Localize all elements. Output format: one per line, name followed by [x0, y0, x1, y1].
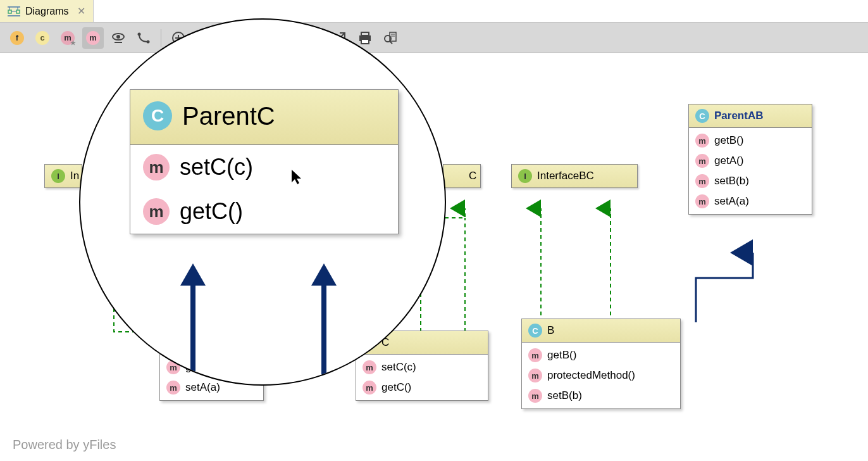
- method-icon: m: [695, 174, 709, 188]
- c-icon: c: [35, 31, 49, 45]
- method-row[interactable]: msetA(a): [695, 191, 805, 212]
- tab-diagrams[interactable]: Diagrams ✕: [0, 0, 94, 22]
- class-box-parent-ab[interactable]: CParentAB mgetB() mgetA() msetB(b) msetA…: [688, 104, 812, 215]
- filter-f-button[interactable]: f: [6, 27, 28, 49]
- f-icon: f: [10, 31, 24, 45]
- method-icon: m: [695, 194, 709, 208]
- tab-bar: Diagrams ✕: [0, 0, 868, 23]
- find-button[interactable]: [380, 27, 401, 49]
- zoomed-class-box[interactable]: C ParentC msetC(c) mgetC(): [130, 89, 399, 234]
- class-box-b[interactable]: CB mgetB() mprotectedMethod() msetB(b): [521, 319, 681, 409]
- method-row[interactable]: mgetC(): [130, 189, 398, 234]
- m-star-icon: m★: [61, 31, 75, 45]
- filter-m-button[interactable]: m: [82, 27, 104, 49]
- diagram-icon: [8, 6, 20, 16]
- m-icon: m: [86, 31, 100, 45]
- method-row[interactable]: msetC(c): [363, 357, 481, 377]
- class-box-interface-bc[interactable]: IInterfaceBC: [511, 164, 638, 188]
- method-icon: m: [695, 154, 709, 168]
- visibility-button[interactable]: [108, 27, 129, 49]
- close-icon[interactable]: ✕: [77, 5, 85, 17]
- class-name: InterfaceBC: [537, 170, 594, 182]
- method-icon: m: [143, 198, 170, 225]
- class-name: ParentAB: [714, 110, 763, 122]
- curve-icon: [137, 31, 151, 45]
- magnifier-lens[interactable]: C ParentC msetC(c) mgetC(): [79, 18, 446, 386]
- method-row[interactable]: mgetC(): [363, 377, 481, 398]
- method-icon: m: [363, 360, 376, 374]
- separator: [161, 29, 161, 47]
- class-icon: C: [143, 101, 172, 130]
- tab-label: Diagrams: [25, 6, 68, 17]
- method-row[interactable]: mgetB(): [695, 130, 805, 151]
- class-box-interface-ab[interactable]: IIn: [44, 164, 82, 188]
- method-row[interactable]: msetB(b): [695, 171, 805, 191]
- method-icon: m: [528, 348, 542, 362]
- method-icon: m: [143, 154, 170, 180]
- diagram-canvas[interactable]: IIn IC IInterfaceBC CParentAB mgetB() mg…: [0, 53, 868, 461]
- method-row[interactable]: mgetA(): [695, 151, 805, 171]
- method-icon: m: [528, 369, 542, 382]
- zoomed-class-name: ParentC: [182, 102, 275, 130]
- class-box-interface-ac[interactable]: IC: [443, 164, 481, 188]
- method-icon: m: [528, 389, 542, 403]
- svg-rect-1: [16, 10, 20, 13]
- class-icon: C: [528, 324, 542, 338]
- filter-m-star-button[interactable]: m★: [57, 27, 78, 49]
- method-row[interactable]: mprotectedMethod(): [528, 365, 674, 386]
- method-row[interactable]: mgetB(): [528, 345, 674, 365]
- svg-rect-0: [8, 10, 11, 13]
- method-icon: m: [363, 381, 376, 395]
- method-row[interactable]: msetB(b): [528, 386, 674, 406]
- method-icon: m: [695, 134, 709, 148]
- method-icon: m: [166, 381, 180, 395]
- class-name: In: [70, 170, 79, 182]
- filter-c-button[interactable]: c: [32, 27, 53, 49]
- class-name: B: [547, 324, 554, 337]
- class-name: C: [469, 170, 476, 182]
- svg-rect-25: [361, 32, 369, 35]
- svg-point-8: [116, 35, 120, 39]
- method-row[interactable]: msetC(c): [130, 145, 398, 189]
- print-icon: [358, 32, 372, 44]
- footer-attribution: Powered by yFiles: [13, 438, 116, 452]
- svg-rect-27: [361, 39, 369, 44]
- find-icon: [383, 31, 397, 45]
- layout-button[interactable]: [133, 27, 154, 49]
- interface-icon: I: [518, 169, 532, 183]
- class-icon: C: [695, 109, 709, 123]
- interface-icon: I: [51, 169, 65, 183]
- eye-icon: [111, 31, 125, 45]
- toolbar: f c m★ m 1:1: [0, 23, 868, 53]
